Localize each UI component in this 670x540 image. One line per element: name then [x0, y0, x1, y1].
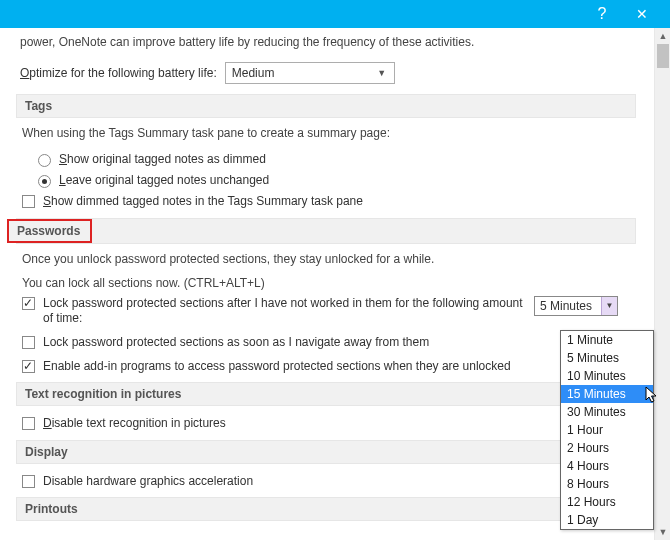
scrollbar-thumb[interactable] — [657, 44, 669, 68]
cursor-icon — [645, 387, 659, 408]
passwords-timeout-select[interactable]: 5 Minutes ▼ — [534, 296, 618, 316]
dropdown-option[interactable]: 8 Hours — [561, 475, 653, 493]
dropdown-option[interactable]: 30 Minutes — [561, 403, 653, 421]
tags-option-unchanged-label: Leave original tagged notes unchanged — [59, 173, 269, 187]
text-recog-disable-checkbox[interactable]: Disable text recognition in pictures — [16, 414, 636, 438]
close-button[interactable]: ✕ — [622, 0, 662, 28]
passwords-lock-now-text: You can lock all sections now. (CTRL+ALT… — [16, 276, 636, 294]
radio-icon[interactable] — [38, 154, 51, 167]
section-header-printouts: Printouts — [16, 497, 636, 521]
dropdown-option[interactable]: 12 Hours — [561, 493, 653, 511]
titlebar: ? ✕ — [0, 0, 670, 28]
options-panel: power, OneNote can improve battery life … — [0, 28, 654, 540]
dropdown-option[interactable]: 5 Minutes — [561, 349, 653, 367]
tags-option-dimmed-label: Show original tagged notes as dimmed — [59, 152, 266, 166]
passwords-enable-addin-label: Enable add-in programs to access passwor… — [43, 359, 636, 375]
dropdown-option[interactable]: 1 Hour — [561, 421, 653, 439]
battery-optimize-row: Optimize for the following battery life:… — [16, 60, 636, 92]
tags-show-dimmed-checkbox[interactable]: Show dimmed tagged notes in the Tags Sum… — [16, 192, 636, 216]
dropdown-option[interactable]: 1 Minute — [561, 331, 653, 349]
section-header-text-recognition: Text recognition in pictures — [16, 382, 636, 406]
section-header-passwords: Passwords — [16, 218, 636, 244]
section-header-display: Display — [16, 440, 636, 464]
passwords-lock-nav-checkbox[interactable]: Lock password protected sections as soon… — [16, 333, 636, 357]
chevron-down-icon[interactable]: ▼ — [601, 297, 617, 315]
checkbox-icon[interactable] — [22, 336, 35, 349]
passwords-timeout-value: 5 Minutes — [540, 299, 592, 313]
dropdown-option[interactable]: 4 Hours — [561, 457, 653, 475]
dropdown-option[interactable]: 2 Hours — [561, 439, 653, 457]
passwords-lock-nav-label: Lock password protected sections as soon… — [43, 335, 636, 351]
checkbox-icon[interactable] — [22, 297, 35, 310]
checkbox-icon[interactable] — [22, 360, 35, 373]
passwords-lock-timeout-checkbox[interactable]: Lock password protected sections after I… — [16, 294, 636, 333]
scroll-down-icon[interactable]: ▼ — [655, 524, 670, 540]
display-disable-hw-checkbox[interactable]: Disable hardware graphics acceleration — [16, 472, 636, 496]
checkbox-icon[interactable] — [22, 417, 35, 430]
help-button[interactable]: ? — [582, 0, 622, 28]
dropdown-option[interactable]: 1 Day — [561, 511, 653, 529]
vertical-scrollbar[interactable]: ▲ ▼ — [654, 28, 670, 540]
display-disable-hw-label: Disable hardware graphics acceleration — [43, 474, 636, 490]
tags-option-dimmed[interactable]: Show original tagged notes as dimmed — [16, 150, 636, 171]
battery-optimize-select[interactable]: Medium ▼ — [225, 62, 395, 84]
tags-option-unchanged[interactable]: Leave original tagged notes unchanged — [16, 171, 636, 192]
radio-icon[interactable] — [38, 175, 51, 188]
dropdown-option[interactable]: 10 Minutes — [561, 367, 653, 385]
battery-optimize-label: Optimize for the following battery life: — [20, 66, 217, 80]
tags-show-dimmed-label: Show dimmed tagged notes in the Tags Sum… — [43, 194, 636, 210]
section-header-tags: Tags — [16, 94, 636, 118]
passwords-timeout-dropdown[interactable]: 1 Minute5 Minutes10 Minutes15 Minutes30 … — [560, 330, 654, 530]
passwords-enable-addin-checkbox[interactable]: Enable add-in programs to access passwor… — [16, 357, 636, 381]
battery-optimize-value: Medium — [232, 66, 275, 80]
text-recog-disable-label: Disable text recognition in pictures — [43, 416, 636, 432]
checkbox-icon[interactable] — [22, 195, 35, 208]
passwords-intro-text: Once you unlock password protected secti… — [16, 252, 636, 276]
scroll-up-icon[interactable]: ▲ — [655, 28, 670, 44]
chevron-down-icon: ▼ — [374, 68, 390, 78]
tags-intro-text: When using the Tags Summary task pane to… — [16, 126, 636, 150]
checkbox-icon[interactable] — [22, 475, 35, 488]
battery-intro-text: power, OneNote can improve battery life … — [16, 32, 636, 60]
dropdown-option[interactable]: 15 Minutes — [561, 385, 653, 403]
